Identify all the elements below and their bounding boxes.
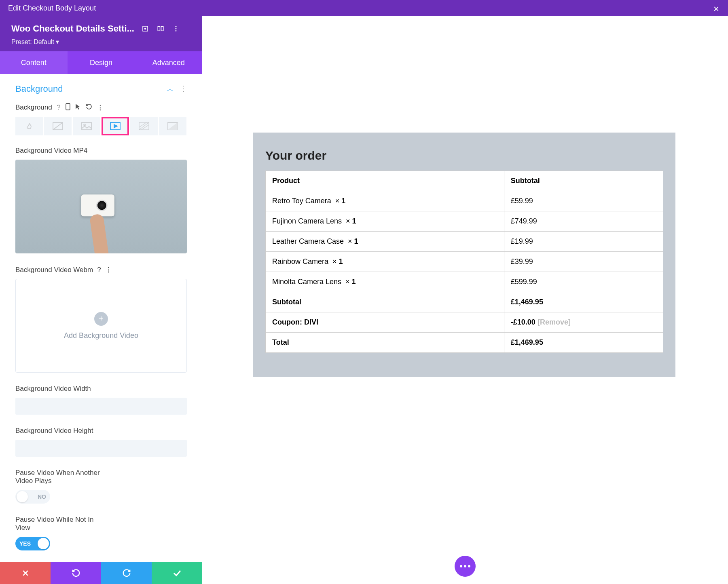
table-row: Retro Toy Camera × 1£59.99	[266, 191, 663, 211]
field-bg-video-webm: Background Video Webm ? ⋮ + Add Backgrou…	[15, 266, 187, 373]
chevron-down-icon: ▾	[56, 38, 59, 45]
toggle-pause-not-in-view[interactable]: YES	[15, 537, 50, 550]
hand-graphic	[89, 213, 110, 253]
main-layout: Woo Checkout Details Setti... Preset: De…	[0, 16, 728, 584]
order-table: Product Subtotal Retro Toy Camera × 1£59…	[265, 171, 663, 353]
help-icon[interactable]: ?	[57, 104, 61, 111]
module-title: Woo Checkout Details Setti...	[11, 23, 134, 34]
product-qty: 1	[352, 278, 356, 286]
coupon-value: -£10.00 [Remove]	[504, 312, 663, 333]
toggle-pause-other[interactable]: NO	[15, 490, 50, 504]
product-name: Rainbow Camera	[272, 257, 328, 266]
svg-point-1	[144, 28, 146, 30]
chevron-up-icon[interactable]: ︿	[167, 84, 174, 94]
more-vertical-icon[interactable]: ⋮	[97, 104, 104, 112]
subtotal-label: Subtotal	[266, 292, 504, 312]
tab-advanced[interactable]: Advanced	[135, 51, 202, 74]
upload-video-webm[interactable]: + Add Background Video	[15, 279, 187, 373]
product-qty: 1	[354, 237, 358, 245]
bg-tab-gradient[interactable]	[44, 117, 72, 135]
svg-rect-2	[158, 27, 160, 31]
field-bg-video-height: Background Video Height	[15, 427, 187, 457]
more-vertical-icon[interactable]: ⋮	[180, 84, 187, 94]
close-icon[interactable]: ×	[713, 3, 719, 15]
phone-icon[interactable]	[66, 103, 70, 112]
background-label-row: Background ? ⋮	[15, 103, 187, 112]
product-cell: Retro Toy Camera × 1	[266, 191, 504, 211]
th-subtotal: Subtotal	[504, 171, 663, 191]
table-row: Leather Camera Case × 1£19.99	[266, 232, 663, 252]
subtotal-value: £1,469.95	[504, 292, 663, 312]
help-icon[interactable]: ?	[97, 266, 101, 274]
svg-rect-7	[66, 103, 70, 110]
product-cell: Rainbow Camera × 1	[266, 252, 504, 272]
remove-coupon-link[interactable]: [Remove]	[538, 318, 571, 326]
price-cell: £59.99	[504, 191, 663, 211]
camera-graphic	[81, 194, 114, 216]
plus-icon: +	[94, 312, 108, 326]
price-cell: £19.99	[504, 232, 663, 252]
order-card: Your order Product Subtotal Retro Toy Ca…	[253, 133, 675, 377]
dot-icon	[464, 565, 466, 567]
field-label: Background Video MP4	[15, 147, 187, 155]
settings-sidebar: Woo Checkout Details Setti... Preset: De…	[0, 16, 202, 584]
more-vertical-icon[interactable]	[171, 24, 180, 33]
product-cell: Leather Camera Case × 1	[266, 232, 504, 252]
field-label: Background Video Webm	[15, 266, 93, 274]
bg-tab-image[interactable]	[73, 117, 100, 135]
coupon-row: Coupon: DIVI -£10.00 [Remove]	[266, 312, 663, 333]
bg-tab-video[interactable]	[102, 117, 129, 135]
bg-tab-mask[interactable]	[159, 117, 186, 135]
product-qty: 1	[352, 217, 356, 225]
expand-icon[interactable]	[141, 24, 150, 33]
columns-icon[interactable]	[156, 24, 165, 33]
field-bg-video-mp4: Background Video MP4	[15, 147, 187, 253]
save-button[interactable]	[152, 562, 202, 584]
field-pause-other: Pause Video When Another Video Plays NO	[15, 469, 187, 504]
bg-tab-pattern[interactable]	[130, 117, 158, 135]
product-qty: 1	[339, 257, 343, 266]
price-cell: £39.99	[504, 252, 663, 272]
tab-design[interactable]: Design	[68, 51, 135, 74]
field-bg-video-width: Background Video Width	[15, 385, 187, 415]
price-cell: £599.99	[504, 272, 663, 292]
preview-area: Your order Product Subtotal Retro Toy Ca…	[202, 16, 728, 584]
product-name: Minolta Camera Lens	[272, 278, 341, 286]
background-label: Background	[15, 103, 52, 112]
preset-selector[interactable]: Preset: Default ▾	[11, 38, 191, 46]
settings-tabs: Content Design Advanced	[0, 51, 202, 74]
cursor-icon[interactable]	[75, 103, 81, 112]
input-bg-video-height[interactable]	[15, 440, 187, 457]
product-cell: Fujinon Camera Lens × 1	[266, 211, 504, 232]
total-row: Total £1,469.95	[266, 333, 663, 353]
svg-point-10	[84, 124, 85, 126]
table-row: Minolta Camera Lens × 1£599.99	[266, 272, 663, 292]
fab-more-button[interactable]	[455, 556, 476, 577]
svg-rect-9	[82, 122, 91, 130]
dot-icon	[460, 565, 462, 567]
dot-icon	[468, 565, 470, 567]
bg-tab-color[interactable]	[15, 117, 43, 135]
tab-content[interactable]: Content	[0, 51, 68, 74]
module-title-row: Woo Checkout Details Setti...	[11, 23, 191, 34]
product-cell: Minolta Camera Lens × 1	[266, 272, 504, 292]
settings-panel[interactable]: Background ︿ ⋮ Background ? ⋮	[0, 74, 202, 562]
svg-point-6	[175, 30, 176, 32]
field-label: Pause Video While Not In View	[15, 516, 104, 532]
section-title: Background	[15, 84, 63, 94]
field-pause-not-in-view: Pause Video While Not In View YES	[15, 516, 187, 550]
product-name: Fujinon Camera Lens	[272, 217, 342, 225]
footer-actions	[0, 562, 202, 584]
undo-button[interactable]	[51, 562, 101, 584]
redo-button[interactable]	[101, 562, 152, 584]
section-header[interactable]: Background ︿ ⋮	[15, 84, 187, 94]
field-label: Pause Video When Another Video Plays	[15, 469, 112, 485]
input-bg-video-width[interactable]	[15, 398, 187, 415]
video-preview-mp4[interactable]	[15, 160, 187, 253]
more-vertical-icon[interactable]: ⋮	[105, 266, 112, 274]
coupon-label: Coupon: DIVI	[266, 312, 504, 333]
reset-icon[interactable]	[86, 103, 92, 112]
total-value: £1,469.95	[504, 333, 663, 353]
cancel-button[interactable]	[0, 562, 51, 584]
product-name: Leather Camera Case	[272, 237, 344, 245]
